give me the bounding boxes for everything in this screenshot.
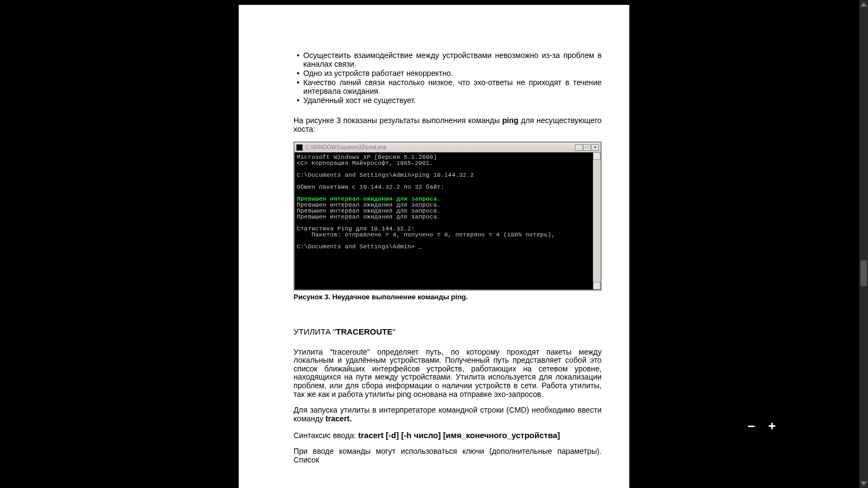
viewer-scrollbar[interactable] (859, 0, 868, 488)
scroll-up-icon[interactable] (860, 2, 867, 7)
cmd-output-line: Превышен интервал ожидания для запроса. (297, 202, 591, 208)
traceroute-keyword: TRACEROUTE (336, 327, 392, 336)
zoom-in-button[interactable]: + (765, 421, 778, 434)
scroll-thumb[interactable] (860, 260, 867, 286)
page-content: Осуществить взаимодействие между устройс… (293, 51, 602, 465)
cmd-output-line: Обмен пакетами с 10.144.32.2 по 32 байт: (297, 184, 591, 190)
cmd-titlebar: C:\WINDOWS\system32\cmd.exe _ □ × (295, 143, 601, 152)
paragraph-traceroute-desc: Утилита "traceroute" определяет путь, по… (293, 348, 602, 399)
bullet-item: Удалённый хост не существует. (293, 96, 602, 105)
zoom-controls: − + (745, 421, 778, 434)
cmd-body: Microsoft Windows XP [Версия 5.1.2600]<C… (295, 152, 601, 290)
cmd-output-line (297, 238, 591, 244)
cmd-title: C:\WINDOWS\system32\cmd.exe (305, 144, 575, 150)
cmd-output-line: Microsoft Windows XP [Версия 5.1.2600] (297, 155, 591, 160)
paragraph-ping-intro: На рисунке 3 показаны результаты выполне… (293, 117, 602, 133)
zoom-out-button[interactable]: − (745, 421, 758, 434)
ping-keyword: ping (502, 116, 519, 125)
cmd-output-line: Превышен интервал ожидания для запроса. (297, 196, 591, 202)
section-heading-traceroute: УТИЛИТА "TRACEROUTE" (293, 327, 602, 336)
cmd-output-line (297, 220, 591, 226)
syntax-line: Синтаксис ввода: tracert [-d] [-h число]… (293, 431, 602, 440)
scroll-down-icon[interactable] (860, 481, 867, 486)
cmd-output-line (297, 166, 591, 172)
paragraph-trail: При вводе команды могут использоваться к… (293, 447, 602, 464)
syntax-label: Синтаксис ввода: (293, 431, 358, 440)
cmd-output-line: Пакетов: отправлено = 4, получено = 0, п… (297, 232, 591, 238)
bullet-item: Одно из устройств работает некорректно. (293, 69, 602, 78)
maximize-icon: □ (583, 144, 591, 151)
document-page: Осуществить взаимодействие между устройс… (239, 5, 629, 488)
cmd-output-line: Превышен интервал ожидания для запроса. (297, 214, 591, 220)
cmd-output-line (297, 178, 591, 184)
bullet-item: Качество линий связи настолько низкое, ч… (293, 78, 602, 95)
text: УТИЛИТА " (293, 327, 336, 336)
cmd-scroll-down-icon (593, 282, 601, 290)
cmd-output-line: C:\Documents and Settings\Admin>ping 10.… (297, 172, 591, 178)
minimize-icon: _ (575, 144, 583, 151)
tracert-keyword: tracert. (326, 414, 352, 423)
cmd-output-line: C:\Documents and Settings\Admin> _ (297, 244, 591, 250)
syntax-command: tracert [-d] [-h число] [имя_конечного_у… (358, 431, 560, 440)
cmd-output-line: <C> Корпорация Майкрософт, 1985-2001. (297, 160, 591, 166)
cmd-scroll-up-icon (593, 152, 601, 160)
bullet-item: Осуществить взаимодействие между устройс… (293, 51, 602, 68)
cmd-screenshot: C:\WINDOWS\system32\cmd.exe _ □ × Micros… (293, 142, 602, 291)
close-icon: × (591, 144, 599, 151)
cmd-output-line (297, 190, 591, 196)
figure-caption: Рисунок 3. Неудачное выполнение команды … (293, 293, 602, 301)
paragraph-tracert-run: Для запуска утилиты в интерпретаторе ком… (293, 406, 602, 423)
cmd-app-icon (296, 144, 303, 151)
text: " (392, 327, 395, 336)
cmd-output-line: Превышен интервал ожидания для запроса. (297, 208, 591, 214)
bullet-list: Осуществить взаимодействие между устройс… (293, 51, 602, 105)
document-viewer: Осуществить взаимодействие между устройс… (0, 0, 868, 488)
cmd-output-line: Статистика Ping для 10.144.32.2: (297, 226, 591, 232)
text: На рисунке 3 показаны результаты выполне… (293, 116, 502, 125)
